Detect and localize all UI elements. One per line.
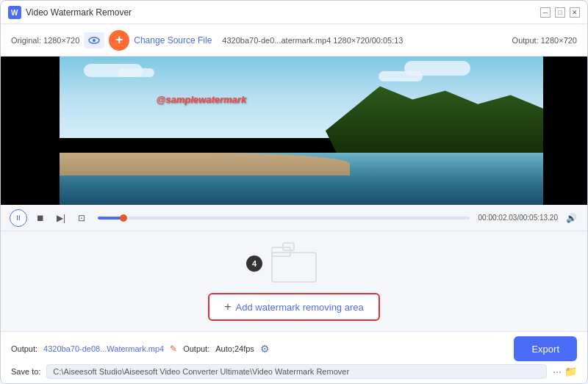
- change-source-button[interactable]: Change Source File: [134, 35, 212, 46]
- watermark-placeholder-icon: [268, 242, 320, 286]
- maximize-button[interactable]: □: [555, 7, 565, 18]
- video-area: @samplewatermark: [1, 57, 587, 205]
- settings-gear-button[interactable]: ⚙: [260, 343, 270, 355]
- next-frame-icon: ▶|: [57, 213, 65, 223]
- file-info: 4320ba70-de0...atermark.mp4 1280×720/00:…: [222, 36, 403, 45]
- add-source-button[interactable]: +: [109, 30, 129, 51]
- step-badge: 4: [246, 256, 262, 272]
- time-display: 00:00:02.03/00:05:13.20: [478, 214, 558, 222]
- output-label: Output: 1280×720: [512, 36, 577, 45]
- save-to-label: Save to:: [11, 367, 40, 376]
- output-settings-label: Output:: [183, 344, 209, 353]
- app-title: Video Watermark Remover: [26, 7, 540, 18]
- volume-button[interactable]: 🔊: [564, 211, 578, 225]
- app-icon: W: [8, 6, 21, 19]
- crop-button[interactable]: ⊡: [74, 211, 89, 225]
- beach-scene: @samplewatermark: [60, 57, 543, 205]
- export-button[interactable]: Export: [514, 336, 577, 361]
- next-frame-button[interactable]: ▶|: [54, 211, 68, 225]
- dots-button[interactable]: ···: [553, 366, 562, 377]
- beach: [60, 153, 350, 175]
- svg-point-3: [93, 39, 96, 42]
- edit-icon[interactable]: ✎: [170, 344, 177, 354]
- video-panel: @samplewatermark: [60, 57, 543, 205]
- pause-button[interactable]: ⏸: [10, 209, 27, 227]
- stop-icon: ⏹: [36, 213, 45, 223]
- add-watermark-button[interactable]: + Add watermark removing area: [208, 293, 379, 321]
- left-black-panel: [1, 57, 60, 205]
- app-window: W Video Watermark Remover ─ □ ✕ Original…: [0, 0, 588, 384]
- cloud-2: [118, 68, 154, 77]
- minimize-button[interactable]: ─: [540, 7, 551, 18]
- pause-icon: ⏸: [15, 214, 22, 222]
- toolbar-left: Original: 1280×720 + Change Source File …: [11, 30, 404, 51]
- plus-icon: +: [224, 300, 231, 314]
- output-file-label: Output:: [11, 344, 37, 353]
- progress-bar[interactable]: [98, 217, 470, 220]
- crop-icon: ⊡: [78, 213, 85, 223]
- cloud-4: [379, 71, 423, 81]
- save-path: C:\Aiseesoft Studio\Aiseesoft Video Conv…: [46, 364, 547, 379]
- save-actions: ··· 📁: [553, 366, 577, 377]
- bottom-bar: Output: 4320ba70-de08...Watermark.mp4 ✎ …: [1, 331, 587, 383]
- close-button[interactable]: ✕: [570, 7, 580, 18]
- output-filename[interactable]: 4320ba70-de08...Watermark.mp4: [43, 344, 164, 353]
- output-row: Output: 4320ba70-de08...Watermark.mp4 ✎ …: [11, 336, 577, 361]
- folder-button[interactable]: 📁: [564, 366, 577, 377]
- window-controls: ─ □ ✕: [540, 7, 580, 18]
- volume-icon: 🔊: [566, 213, 577, 223]
- output-settings-value: Auto;24fps: [215, 344, 254, 353]
- playback-bar: ⏸ ⏹ ▶| ⊡ 00:00:02.03/00:05:13.20 🔊: [1, 205, 587, 231]
- eye-button[interactable]: [84, 32, 104, 48]
- eye-icon: [88, 37, 100, 44]
- watermark-section: 4 + Add watermark removing area: [1, 231, 587, 331]
- toolbar: Original: 1280×720 + Change Source File …: [1, 24, 587, 57]
- stop-button[interactable]: ⏹: [33, 211, 48, 225]
- title-bar: W Video Watermark Remover ─ □ ✕: [1, 1, 587, 24]
- right-black-panel: [543, 57, 587, 205]
- save-row: Save to: C:\Aiseesoft Studio\Aiseesoft V…: [11, 364, 577, 379]
- add-watermark-label: Add watermark removing area: [236, 302, 364, 313]
- svg-text:W: W: [11, 9, 18, 17]
- watermark-icon-area: 4: [268, 242, 320, 286]
- original-label: Original: 1280×720: [11, 36, 79, 45]
- progress-thumb: [120, 214, 127, 222]
